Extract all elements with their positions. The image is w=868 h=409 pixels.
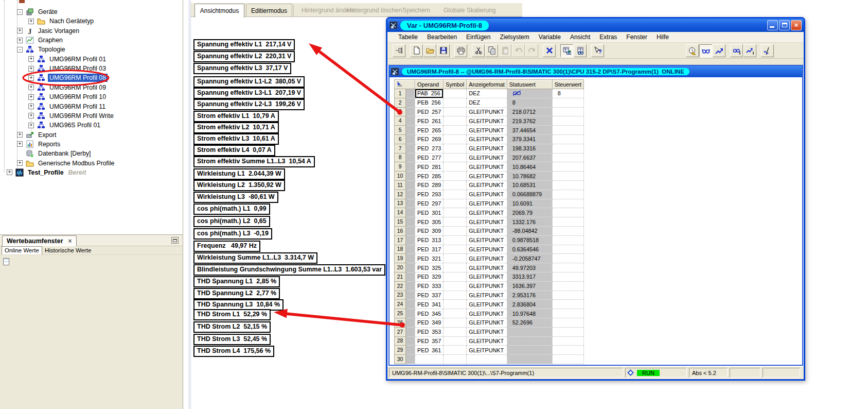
row-number[interactable]: 30 [395,355,406,364]
cell-operand[interactable]: PED 345 [415,309,444,318]
tree-item-label[interactable]: UMG96RM Profil 09 [48,83,108,92]
cell-steuerwert[interactable] [552,318,583,327]
expand-icon[interactable]: + [28,84,34,90]
cell-anzeigeformat[interactable]: GLEITPUNKT [467,116,507,126]
save-button[interactable] [437,44,450,57]
tree-item-label[interactable]: Test_Profile [26,168,65,177]
restore-button[interactable] [779,20,790,30]
cell-steuerwert[interactable] [552,309,583,318]
cell-operand[interactable]: PED 325 [415,263,444,272]
cell-symbol[interactable] [444,144,467,153]
cell-anzeigeformat[interactable]: GLEITPUNKT [467,208,507,217]
tree-item-umg96rm-profil-01[interactable]: +UMG96RM Profil 01 [28,55,108,64]
modify-once-button[interactable] [743,44,756,57]
cell-steuerwert[interactable] [552,254,583,263]
cell-steuerwert[interactable] [552,153,583,162]
tree-item-label[interactable]: Reports [37,140,62,148]
help-button[interactable]: ? [591,44,604,57]
expand-icon[interactable]: + [28,19,34,24]
menu-ansicht[interactable]: Ansicht [565,32,595,42]
copy-button[interactable] [485,44,498,57]
cell-steuerwert[interactable] [552,272,583,281]
tree-item-graphen[interactable]: +Graphen [17,36,64,45]
tree-item-datenbank-derby[interactable]: Datenbank [Derby] [17,149,93,158]
menu-hilfe[interactable]: Hilfe [652,32,674,42]
cell-anzeigeformat[interactable]: GLEITPUNKT [467,199,507,208]
menu-bearbeiten[interactable]: Bearbeiten [422,32,462,42]
cell-symbol[interactable] [444,245,467,254]
tree-item-label[interactable]: Generische Modbus Profile [37,159,116,167]
col-header-statuswert[interactable]: Statuswert [507,80,552,89]
cell-anzeigeformat[interactable]: GLEITPUNKT [467,346,507,355]
row-number[interactable]: 27 [395,327,406,336]
cell-steuerwert[interactable] [552,180,583,190]
expand-icon[interactable]: + [28,66,34,72]
trigger-button[interactable] [686,44,699,57]
menu-zielsystem[interactable]: Zielsystem [495,32,534,42]
expand-icon[interactable]: + [7,169,12,175]
cell-steuerwert[interactable] [552,172,583,181]
open-button[interactable] [423,44,436,57]
expand-icon[interactable]: + [28,56,34,62]
tree-item-label[interactable]: Geräte [37,8,59,16]
expand-icon[interactable]: + [28,94,34,100]
cell-symbol[interactable] [444,153,467,162]
cell-anzeigeformat[interactable]: GLEITPUNKT [467,309,507,318]
cell-symbol[interactable] [444,190,467,199]
cell-symbol[interactable] [444,217,467,227]
cell-steuerwert[interactable] [552,144,583,153]
cell-steuerwert[interactable] [552,300,583,309]
cell-anzeigeformat[interactable]: GLEITPUNKT [467,226,507,235]
cell-steuerwert[interactable] [552,346,583,355]
tree-item-label[interactable]: Export [37,131,58,139]
cell-anzeigeformat[interactable]: GLEITPUNKT [467,291,507,300]
tree-item-umg96rm-profil-write[interactable]: +UMG96RM Profil Write [28,111,115,121]
cell-operand[interactable]: PED 337 [415,291,444,300]
cell-anzeigeformat[interactable]: GLEITPUNKT [467,144,507,153]
cell-steuerwert[interactable] [552,327,583,336]
cell-operand[interactable]: PED 329 [415,272,444,281]
cell-operand[interactable]: PED 321 [415,254,444,263]
row-number[interactable]: 9 [395,162,406,172]
cell-operand[interactable]: PED 309 [415,226,444,235]
row-number[interactable]: 21 [395,272,406,281]
monitor-button[interactable] [699,44,712,57]
expand-icon[interactable]: + [28,75,34,81]
cell-symbol[interactable] [444,199,467,208]
expand-icon[interactable]: + [17,38,23,43]
cell-operand[interactable]: PED 281 [415,162,444,172]
cell-operand[interactable]: PED 297 [415,199,444,208]
cell-operand[interactable]: PED 257 [415,107,444,116]
cell-symbol[interactable] [444,180,467,190]
cell-steuerwert[interactable] [552,355,583,364]
cell-operand[interactable]: PED 265 [415,126,444,135]
tree-item-reports[interactable]: +Reports [17,140,62,149]
row-number[interactable]: 3 [395,107,406,116]
row-number[interactable]: 2 [395,98,406,107]
cell-steuerwert[interactable] [552,336,583,346]
status-wave-button[interactable] [761,44,774,57]
cell-operand[interactable]: PED 289 [415,180,444,190]
cell-operand[interactable]: PED 353 [415,327,444,336]
tree-item-umg96rm-profil-10[interactable]: +UMG96RM Profil 10 [28,92,108,101]
cell-steuerwert[interactable] [552,126,583,135]
tree-item-label[interactable]: UMG96RM Profil 11 [48,103,107,111]
cell-symbol[interactable] [444,336,467,346]
tree-item-export[interactable]: +Export [17,130,58,140]
variable-table-titlebar[interactable]: UMG96RM-Profil-8 -- @UMG96-RM-Profil-8\S… [389,66,802,77]
cell-operand[interactable]: PED 349 [415,318,444,327]
panel-divider[interactable] [189,0,189,409]
cell-steuerwert[interactable] [552,263,583,272]
tree-item-label[interactable]: UMG96RM Profil Write [48,112,115,120]
cell-symbol[interactable] [444,300,467,309]
cell-operand[interactable]: PED 313 [415,235,444,245]
expand-icon[interactable]: + [17,132,23,138]
row-number[interactable]: 12 [395,190,406,199]
tree-item-label[interactable]: UMG96RM Profil 01 [48,55,108,63]
cell-operand[interactable]: PED 361 [415,346,444,355]
cell-symbol[interactable] [444,98,467,107]
row-number[interactable]: 7 [395,144,406,153]
cell-steuerwert[interactable] [552,226,583,235]
new-button[interactable] [410,44,423,57]
row-number[interactable]: 19 [395,254,406,263]
